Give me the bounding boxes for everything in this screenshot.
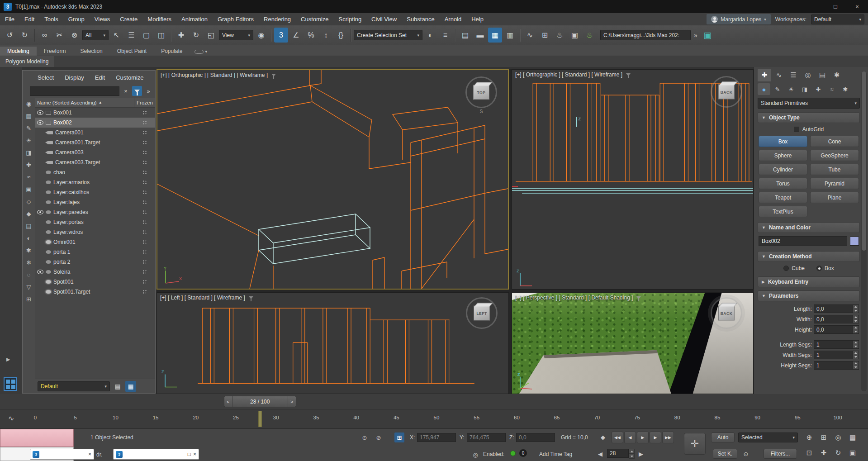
box-radio[interactable]: Box [816, 265, 834, 271]
viewport-funnel-icon[interactable] [626, 73, 631, 76]
spinner-arrows-icon[interactable] [853, 361, 859, 369]
snap-toggle-3d-icon[interactable]: 3 [274, 28, 288, 43]
auto-key-button[interactable]: Auto [711, 432, 735, 442]
zoom-icon[interactable]: ⊕ [802, 431, 816, 444]
undo-icon[interactable]: ↺ [3, 28, 17, 43]
scene-object-row[interactable]: Soleira [35, 267, 155, 277]
unlink-icon[interactable]: ✂ [52, 28, 66, 43]
explorer-overflow-icon[interactable]: » [143, 86, 153, 96]
systems-category-icon[interactable]: ✱ [839, 83, 852, 95]
ribbon-tab[interactable]: Selection [73, 47, 109, 56]
schematic-view-icon[interactable]: ⊞ [538, 28, 552, 43]
spinner-arrows-icon[interactable] [853, 326, 859, 333]
play-icon[interactable]: ▶ [637, 432, 649, 443]
select-object-icon[interactable]: ↖ [109, 28, 123, 43]
spinner-snap-icon[interactable]: ↕ [319, 28, 333, 43]
rollout-header-object-type[interactable]: ▼ Object Type [758, 112, 860, 123]
scene-explorer-icon[interactable]: ▦ [488, 28, 502, 43]
explorer-menu-item[interactable]: Display [60, 74, 89, 81]
toolbar-overflow-icon[interactable]: » [692, 32, 700, 39]
go-to-end-icon[interactable]: ▶▶ [662, 432, 674, 443]
bind-spacewarp-icon[interactable]: ⊗ [67, 28, 81, 43]
visibility-eye-icon[interactable] [37, 210, 43, 214]
visibility-eye-icon[interactable] [37, 130, 43, 135]
scene-object-row[interactable]: porta 1 [35, 247, 155, 257]
select-link-icon[interactable]: ∞ [38, 28, 52, 43]
frozen-toggle-icon[interactable] [134, 160, 155, 165]
display-containers-icon[interactable]: ▤ [24, 221, 34, 231]
zoom-all-icon[interactable]: ⊞ [817, 431, 830, 444]
visibility-eye-icon[interactable] [37, 240, 43, 244]
scrollbar-thumb[interactable] [862, 71, 866, 251]
key-filters-toggle-icon[interactable]: ⊙ [741, 449, 751, 459]
viewport-top-left[interactable]: [+] [ Orthographic ] [ Standard ] [ Wire… [157, 69, 509, 290]
project-folder-field[interactable]: C:\Users\maggi...\3ds Max 202: [600, 30, 691, 40]
column-header-frozen[interactable]: Frozen [134, 100, 155, 105]
menu-item[interactable]: Edit [19, 13, 39, 25]
display-materials-icon[interactable]: ◐ [24, 233, 34, 243]
set-keys-button[interactable]: ✛ [684, 433, 706, 455]
select-by-name-icon[interactable]: ☰ [124, 28, 138, 43]
explorer-mode-icon[interactable]: ▦ [125, 381, 136, 392]
frame-spinner-arrows[interactable] [629, 449, 635, 459]
spinner-arrows-icon[interactable] [853, 341, 859, 348]
viewcube[interactable]: BACK [711, 297, 742, 329]
frozen-toggle-icon[interactable] [134, 180, 155, 185]
display-hidden-icon[interactable]: ◌ [24, 270, 34, 280]
display-xrefs-icon[interactable]: ◇ [24, 196, 34, 207]
frozen-toggle-icon[interactable] [134, 250, 155, 254]
frozen-toggle-icon[interactable] [134, 150, 155, 155]
visibility-eye-icon[interactable] [37, 140, 43, 145]
parameter-spinner[interactable]: 1 [814, 340, 859, 349]
layer-stack-icon[interactable]: ▤ [112, 381, 123, 392]
layout-flyout-icon[interactable]: ▶ [6, 356, 10, 362]
frozen-toggle-icon[interactable] [134, 280, 155, 284]
torus-button[interactable]: Torus [759, 178, 807, 189]
window-crossing-icon[interactable]: ◫ [154, 28, 168, 43]
display-shapes-icon[interactable]: ✎ [24, 123, 34, 133]
frozen-toggle-icon[interactable] [134, 170, 155, 175]
prev-frame-arrow[interactable]: < [224, 396, 232, 407]
cameras-category-icon[interactable]: ◨ [798, 83, 811, 95]
next-key-icon[interactable]: ▶ [636, 449, 646, 459]
viewcube[interactable]: LEFT [466, 297, 498, 329]
parameter-spinner[interactable]: 1 [814, 351, 859, 359]
geosphere-button[interactable]: GeoSphere [810, 150, 859, 161]
frozen-toggle-icon[interactable] [134, 110, 155, 115]
viewcube-face[interactable]: TOP [473, 85, 489, 100]
spinner-arrows-icon[interactable] [853, 305, 859, 313]
menu-item[interactable]: Graph Editors [213, 13, 259, 25]
named-selection-set-combo[interactable]: Create Selection Set ▾ [354, 30, 422, 40]
explorer-menu-item[interactable]: Select [33, 74, 59, 81]
menu-item[interactable]: Tools [39, 13, 63, 25]
menu-item[interactable]: Animation [176, 13, 213, 25]
frozen-toggle-icon[interactable] [134, 270, 155, 274]
viewport-label[interactable]: [+] [ Orthographic ] [ Standard ] [ Wire… [515, 71, 631, 78]
modify-tab-icon[interactable]: ∿ [772, 69, 786, 81]
scene-object-row[interactable]: Spot001 [35, 277, 155, 287]
visibility-eye-icon[interactable] [37, 260, 43, 264]
orbit-icon[interactable]: ↻ [831, 446, 845, 460]
visibility-eye-icon[interactable] [37, 280, 43, 284]
minimize-button[interactable]: – [803, 0, 825, 13]
next-frame-arrow[interactable]: > [288, 396, 296, 407]
maximize-viewport-icon[interactable]: ▣ [846, 446, 859, 460]
toggle-ribbon-icon[interactable]: ▬ [473, 28, 487, 43]
expand-all-icon[interactable]: ⊞ [24, 294, 34, 304]
select-move-icon[interactable]: ✚ [174, 28, 188, 43]
explorer-menu-item[interactable]: Customize [111, 74, 148, 81]
isolate-selection-icon[interactable]: ⊙ [360, 432, 370, 442]
frozen-toggle-icon[interactable] [134, 120, 155, 125]
scene-object-row[interactable]: Omni001 [35, 237, 155, 247]
ribbon-tab[interactable]: Object Paint [110, 47, 154, 56]
menu-item[interactable]: Modifiers [142, 13, 176, 25]
selection-filter-dropdown[interactable]: All ▾ [82, 30, 109, 40]
render-frame-chip-icon[interactable]: ▣ [701, 28, 715, 43]
display-geometry-icon[interactable]: ▦ [24, 111, 34, 121]
close-button[interactable]: × [846, 0, 868, 13]
visibility-eye-icon[interactable] [37, 230, 43, 234]
scene-object-row[interactable]: Layer:armarios [35, 177, 155, 187]
display-frozen-icon[interactable]: ❄ [24, 257, 34, 268]
viewport-label[interactable]: [+] [ Orthographic ] [ Standard ] [ Wire… [161, 72, 276, 78]
lights-category-icon[interactable]: ☀ [785, 83, 797, 95]
